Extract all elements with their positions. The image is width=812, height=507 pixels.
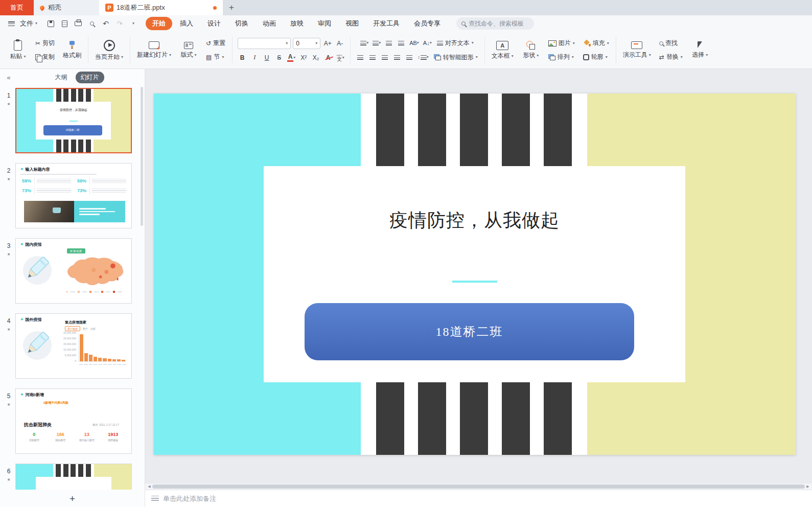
align-right-button[interactable] — [380, 52, 390, 62]
horizontal-scrollbar-thumb[interactable] — [152, 485, 805, 489]
increase-font-button[interactable]: A+ — [322, 38, 333, 49]
slide-thumbnail-3[interactable]: ✦国内疫情 疫情地图 — [15, 238, 132, 304]
justify-button[interactable] — [392, 52, 402, 62]
tab-document[interactable]: P 18道桥二班.pptx — [99, 0, 223, 15]
subtitle-shape[interactable]: 18道桥二班 — [305, 303, 634, 360]
tab-devtools[interactable]: 开发工具 — [366, 17, 406, 30]
undo-button[interactable]: ↶ — [100, 18, 112, 29]
decrease-font-button[interactable]: A- — [335, 38, 345, 49]
tab-start[interactable]: 开始 — [146, 17, 172, 30]
tab-outline[interactable]: 大纲 — [50, 72, 73, 83]
replace-button[interactable]: ⇄替换▾ — [657, 52, 685, 62]
copy-button[interactable]: 复制 — [33, 52, 57, 62]
slide[interactable]: 疫情防控，从我做起 18道桥二班 — [154, 94, 796, 455]
distribute-button[interactable] — [404, 52, 414, 62]
tab-docer[interactable]: 稻壳 — [34, 0, 99, 15]
format-painter-button[interactable]: 格式刷 — [61, 39, 83, 60]
sidebar-scrollbar[interactable] — [141, 87, 143, 226]
find-button[interactable]: 查找 — [657, 38, 685, 49]
quick-access-more-button[interactable]: ▾ — [127, 18, 140, 29]
tab-view[interactable]: 视图 — [339, 17, 365, 30]
char-spacing-button[interactable]: AB▾ — [408, 38, 420, 48]
tab-insert[interactable]: 插入 — [173, 17, 200, 30]
horizontal-scrollbar[interactable]: ◀ ▶ — [145, 483, 812, 490]
presentation-tools-button[interactable]: 演示工具▾ — [621, 40, 653, 60]
add-slide-button[interactable]: + — [69, 494, 75, 503]
bold-button[interactable]: B — [237, 53, 247, 63]
slide-title[interactable]: 疫情防控，从我做起 — [264, 208, 685, 233]
center-card-shape[interactable]: 疫情防控，从我做起 18道桥二班 — [264, 166, 685, 382]
text-direction-button[interactable]: A↓▾ — [422, 38, 433, 48]
strikethrough-button[interactable]: S — [274, 53, 284, 63]
tab-review[interactable]: 审阅 — [311, 17, 338, 30]
slide-thumbnail-6[interactable] — [15, 464, 132, 490]
new-tab-button[interactable]: + — [223, 0, 240, 15]
outline-button[interactable]: 轮廓▾ — [581, 52, 610, 62]
subscript-button[interactable]: X₂ — [311, 53, 321, 63]
reset-button[interactable]: ↺重置 — [204, 38, 227, 49]
mini-header: ✦河南0新增 — [20, 392, 44, 398]
tab-home[interactable]: 首页 — [0, 0, 34, 15]
tab-design[interactable]: 设计 — [201, 17, 227, 30]
redo-button[interactable]: ↷ — [113, 18, 126, 29]
align-text-button[interactable]: 对齐文本▾ — [435, 38, 476, 49]
smart-graphic-button[interactable]: 转智能图形▾ — [432, 52, 480, 63]
increase-indent-button[interactable] — [396, 38, 406, 48]
slide-thumbnail-5[interactable]: ✦河南0新增 0新增不代表0风险 抗击新冠肺炎 截至 2021.1.17 11:… — [15, 388, 132, 454]
tab-slideshow[interactable]: 放映 — [284, 17, 310, 30]
font-color-button[interactable]: A▾ — [286, 53, 296, 63]
fill-button[interactable]: 填充▾ — [582, 38, 611, 49]
superscript-button[interactable]: X² — [298, 53, 309, 63]
phonetic-guide-button[interactable]: wén文▾ — [335, 53, 345, 63]
layout-button[interactable]: 版式▾ — [177, 40, 200, 60]
slide-thumbnail-1[interactable]: 疫情防控，从我做起 18道桥二班 — [15, 88, 132, 153]
outline-label: 轮廓 — [591, 53, 604, 61]
decrease-indent-button[interactable] — [384, 38, 394, 48]
scroll-right-button[interactable]: ▶ — [805, 485, 811, 489]
stripe-shapes-top[interactable] — [376, 94, 575, 166]
cut-button[interactable]: ✂剪切 — [33, 38, 57, 49]
file-menu[interactable]: 文件 ▾ — [5, 17, 40, 30]
notes-bar[interactable]: 单击此处添加备注 — [145, 490, 812, 507]
slide-thumbnail-2[interactable]: ✦输入标题内容 59% 59% 73% 73% — [15, 163, 132, 228]
select-button[interactable]: 选择▾ — [689, 40, 711, 60]
font-size-select[interactable]: 0▾ — [293, 38, 320, 49]
tab-slides[interactable]: 幻灯片 — [76, 72, 104, 83]
collapse-sidebar-button[interactable]: « — [4, 74, 13, 81]
numbered-list-button[interactable]: ▾ — [372, 38, 382, 48]
output-button[interactable] — [58, 18, 71, 29]
align-left-button[interactable] — [355, 52, 365, 62]
shapes-button[interactable]: 形状▾ — [520, 39, 542, 60]
italic-button[interactable]: I — [249, 53, 260, 63]
align-center-button[interactable] — [367, 52, 378, 62]
command-search-box[interactable] — [456, 17, 534, 30]
textbox-button[interactable]: A 文本框▾ — [490, 39, 516, 61]
font-family-select[interactable]: ▾ — [238, 38, 291, 49]
picture-button[interactable]: 图片▾ — [546, 38, 577, 49]
shapes-label: 形状 — [523, 52, 535, 59]
print-button[interactable] — [72, 18, 84, 29]
slide-canvas[interactable]: 疫情防控，从我做起 18道桥二班 — [145, 69, 812, 483]
animation-star-icon: ★ — [7, 402, 10, 407]
line-spacing-button[interactable]: ↕▾ — [416, 52, 430, 62]
paste-button[interactable]: 粘贴▾ — [7, 39, 29, 61]
clear-format-button[interactable]: A — [323, 53, 333, 63]
save-button[interactable] — [44, 18, 57, 29]
tab-animation[interactable]: 动画 — [256, 17, 283, 30]
underline-button[interactable]: U — [262, 53, 272, 63]
print-preview-button[interactable] — [86, 18, 98, 29]
stripe-shapes-bottom[interactable] — [376, 382, 575, 455]
slide-thumbnail-4[interactable]: ✦国外疫情 重点疫情国家 累计确诊 — [15, 313, 132, 379]
section-button[interactable]: ▤节▾ — [204, 52, 227, 62]
arrange-button[interactable]: 排列▾ — [546, 52, 576, 62]
scroll-left-button[interactable]: ◀ — [146, 485, 152, 489]
command-search-input[interactable] — [469, 20, 526, 27]
tab-transition[interactable]: 切换 — [228, 17, 255, 30]
play-from-current-button[interactable]: 当页开始▾ — [93, 38, 125, 62]
slide-row-3: 3 ★ ✦国内疫情 — [0, 237, 145, 312]
new-slide-button[interactable]: 新建幻灯片▾ — [135, 40, 173, 60]
tab-member[interactable]: 会员专享 — [407, 17, 447, 30]
title-divider-shape[interactable] — [452, 281, 497, 283]
chart-legend: 累计确诊 死亡 治愈 — [65, 326, 96, 331]
bullet-list-button[interactable]: ▾ — [359, 38, 369, 48]
